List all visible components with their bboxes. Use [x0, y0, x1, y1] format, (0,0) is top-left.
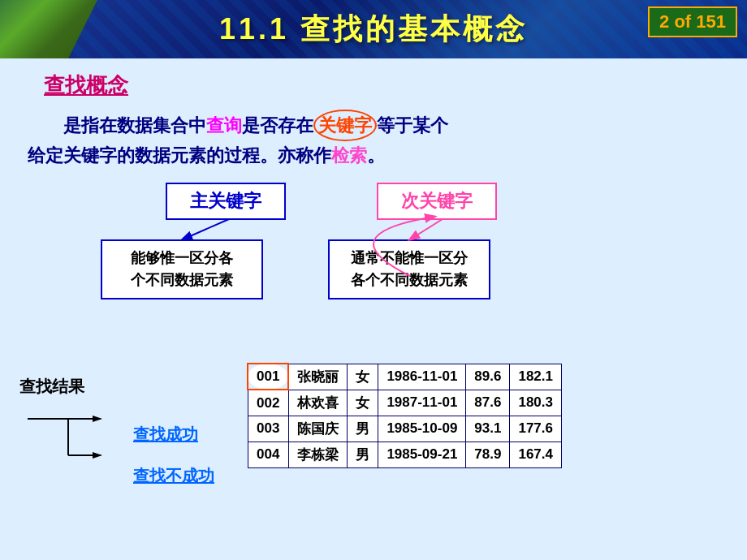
table-cell: 004 [248, 442, 288, 467]
table-row: 002 林欢喜 女 1987-11-01 87.6 180.3 [248, 390, 561, 416]
table-cell: 001 [248, 364, 288, 390]
table-cell: 林欢喜 [288, 390, 348, 416]
result-success-label: 查找成功 [133, 424, 214, 446]
secondary-desc-line1: 通常不能惟一区分 [351, 250, 468, 266]
table-cell: 1986-11-01 [378, 364, 466, 390]
desc-part4: 给定关键字的数据元素的过程。亦称作 [28, 145, 331, 166]
table-cell: 张晓丽 [288, 364, 348, 390]
primary-key-box: 主关键字 [166, 183, 286, 220]
table-cell: 78.9 [466, 442, 510, 467]
table-cell: 002 [248, 390, 288, 416]
primary-desc-box: 能够惟一区分各 个不同数据元素 [101, 239, 263, 299]
table-cell: 93.1 [466, 416, 510, 442]
primary-key-label: 主关键字 [190, 191, 261, 211]
table-row: 003 陈国庆 男 1985-10-09 93.1 177.6 [248, 416, 561, 442]
desc-part5: 。 [367, 145, 385, 166]
result-fail-label: 查找不成功 [133, 465, 214, 487]
table-cell: 003 [248, 416, 288, 442]
bottom-section: 查找结果 查找成功 查找不成功 [19, 368, 728, 487]
desc-part1: 是指在数据集合中 [28, 115, 206, 136]
header-title: 11.1 查找的基本概念 [219, 10, 528, 50]
table-cell: 177.6 [510, 416, 562, 442]
primary-desc-line2: 个不同数据元素 [131, 272, 233, 288]
header-decoration [0, 0, 97, 58]
desc-keyword: 关键字 [313, 110, 377, 141]
secondary-desc-line2: 各个不同数据元素 [351, 272, 468, 288]
slide-counter: 2 of 151 [648, 6, 737, 37]
section-title: 查找概念 [44, 71, 728, 100]
secondary-key-label: 次关键字 [401, 191, 473, 211]
main-content: 查找概念 是指在数据集合中查询是否存在关键字等于某个 给定关键字的数据元素的过程… [0, 58, 747, 560]
desc-part3: 等于某个 [377, 115, 448, 136]
table-cell: 男 [348, 442, 378, 467]
header: 11.1 查找的基本概念 2 of 151 [0, 0, 747, 58]
table-cell: 1985-10-09 [378, 416, 466, 442]
description-text: 是指在数据集合中查询是否存在关键字等于某个 给定关键字的数据元素的过程。亦称作检… [19, 110, 728, 170]
table-row: 001 张晓丽 女 1986-11-01 89.6 182.1 [248, 364, 561, 390]
result-main-label: 查找结果 [19, 376, 84, 398]
table-row: 004 李栋梁 男 1985-09-21 78.9 167.4 [248, 442, 561, 467]
table-cell: 87.6 [466, 390, 510, 416]
table-cell: 李栋梁 [288, 442, 348, 467]
svg-line-1 [410, 219, 443, 239]
primary-desc-line1: 能够惟一区分各 [131, 250, 233, 266]
table-cell: 1987-11-01 [378, 390, 466, 416]
data-table: 001 张晓丽 女 1986-11-01 89.6 182.1 002 林欢喜 … [247, 363, 562, 468]
secondary-desc-box: 通常不能惟一区分 各个不同数据元素 [328, 239, 490, 299]
diagram-container: 主关键字 次关键字 能够惟一区分各 个不同数据元素 通常不能惟一区分 各个不同数… [19, 183, 728, 361]
table-cell: 89.6 [466, 364, 510, 390]
table-container: 001 张晓丽 女 1986-11-01 89.6 182.1 002 林欢喜 … [247, 360, 562, 468]
table-cell: 女 [348, 364, 378, 390]
desc-query: 查询 [206, 115, 242, 136]
table-cell: 167.4 [510, 442, 562, 467]
desc-part2: 是否存在 [242, 115, 313, 136]
desc-search: 检索 [331, 145, 367, 166]
table-cell: 女 [348, 390, 378, 416]
table-cell: 陈国庆 [288, 416, 348, 442]
table-cell: 180.3 [510, 390, 562, 416]
table-cell: 182.1 [510, 364, 562, 390]
table-cell: 男 [348, 416, 378, 442]
svg-line-0 [183, 219, 229, 239]
secondary-key-box: 次关键字 [377, 183, 497, 220]
table-cell: 1985-09-21 [378, 442, 466, 467]
result-labels: 查找结果 查找成功 查找不成功 [19, 376, 214, 487]
